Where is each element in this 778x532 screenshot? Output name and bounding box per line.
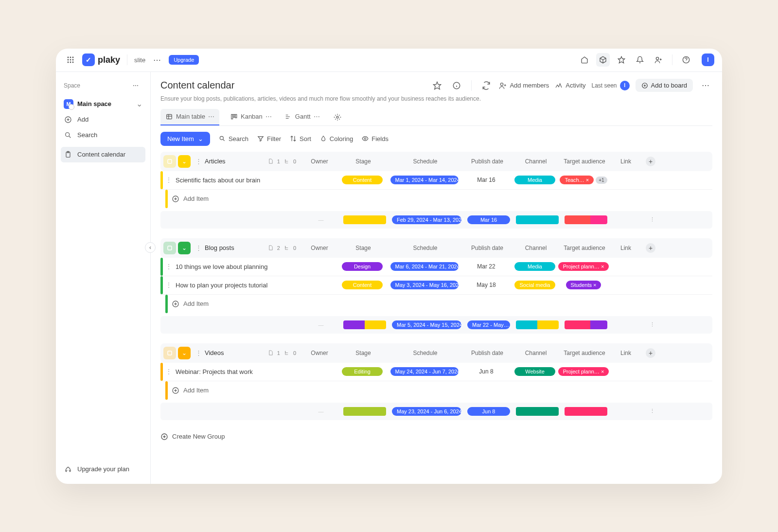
col-publish[interactable]: Publish date [463,350,512,356]
more-icon[interactable]: ⋯ [314,113,320,120]
col-channel[interactable]: Channel [512,350,560,356]
favorite-star-icon[interactable] [430,79,444,92]
cell-audience[interactable]: Project plann… [559,262,608,271]
tab-gantt[interactable]: Gantt ⋯ [283,109,322,125]
drag-icon[interactable]: ⋮ [195,158,202,165]
group-name-cell[interactable]: ⋮ Blog posts 2 0 [191,244,300,251]
sidebar-board-item[interactable]: Content calendar [61,147,145,162]
coloring-tool[interactable]: Coloring [320,135,353,142]
invite-user-icon[interactable] [652,53,665,67]
last-seen[interactable]: Last seen I [592,81,630,90]
cell-audience[interactable]: Teach…+1 [559,176,608,184]
cell-stage[interactable]: Editing [338,367,387,376]
fields-tool[interactable]: Fields [362,135,389,142]
group-checkbox[interactable] [163,155,176,168]
col-link[interactable]: Link [609,158,643,165]
add-item-button[interactable]: Add Item [160,295,712,313]
col-link[interactable]: Link [609,245,643,251]
row-title[interactable]: Webinar: Projects that work [173,368,299,375]
col-owner[interactable]: Owner [300,350,339,356]
audience-tag[interactable]: Students [566,281,601,289]
cell-channel[interactable]: Media [511,262,559,271]
add-members-button[interactable]: Add members [499,82,549,89]
tab-main-table[interactable]: Main table ⋯ [160,109,219,125]
apps-grid-icon[interactable] [64,53,77,67]
new-item-button[interactable]: New Item ⌄ [160,132,210,146]
group-name-cell[interactable]: ⋮ Videos 1 0 [191,349,300,356]
col-stage[interactable]: Stage [339,158,388,165]
col-owner[interactable]: Owner [300,158,339,165]
help-icon[interactable] [679,53,693,67]
col-publish[interactable]: Publish date [463,245,512,251]
row-title[interactable]: Scientific facts about our brain [173,177,299,184]
tag-extra[interactable]: +1 [596,177,607,184]
cell-publish[interactable]: Mar 16 [462,177,511,183]
drag-handle-icon[interactable]: ⋮ [165,263,173,270]
space-selector[interactable]: M Main space ⌄ [61,96,145,112]
tab-kanban[interactable]: Kanban ⋯ [228,109,274,125]
filter-tool[interactable]: Filter [257,135,281,142]
cell-channel[interactable]: Website [511,367,559,376]
more-icon[interactable]: ⋯ [129,79,142,92]
add-to-board-button[interactable]: Add to board [636,79,693,92]
cell-publish[interactable]: Mar 22 [462,263,511,270]
cell-stage[interactable]: Content [338,281,387,289]
col-stage[interactable]: Stage [339,245,388,251]
logo[interactable]: ✓ plaky [82,53,120,66]
cell-schedule[interactable]: May 24, 2024 - Jun 7, 2024 [387,367,462,376]
upgrade-plan-button[interactable]: Upgrade your plan [61,461,145,477]
add-column-button[interactable]: + [646,348,655,358]
star-icon[interactable] [615,53,628,67]
more-icon[interactable]: ⋯ [265,113,272,120]
cell-stage[interactable]: Content [338,176,387,184]
upgrade-button[interactable]: Upgrade [169,55,199,65]
audience-tag[interactable]: Project plann… [558,262,609,271]
group-name-cell[interactable]: ⋮ Articles 1 0 [191,158,300,165]
add-item-button[interactable]: Add Item [160,190,712,208]
col-channel[interactable]: Channel [512,245,560,251]
col-schedule[interactable]: Schedule [388,350,463,356]
create-group-button[interactable]: Create New Group [160,430,712,443]
add-column-button[interactable]: + [646,157,655,166]
summary-more-icon[interactable]: ⋮ [644,216,660,223]
drag-handle-icon[interactable]: ⋮ [165,368,173,375]
cell-channel[interactable]: Social media [511,281,559,289]
group-collapse-button[interactable]: ⌄ [178,155,191,168]
drag-handle-icon[interactable]: ⋮ [165,177,173,183]
cell-audience[interactable]: Project plann… [559,367,608,376]
cell-publish[interactable]: Jun 8 [462,368,511,375]
col-schedule[interactable]: Schedule [388,158,463,165]
group-collapse-button[interactable]: ⌄ [178,242,191,254]
col-stage[interactable]: Stage [339,350,388,356]
bell-icon[interactable] [633,53,647,67]
col-link[interactable]: Link [609,350,643,356]
table-row[interactable]: ⋮ How to plan your projects tutorial Con… [160,276,712,295]
cell-audience[interactable]: Students [559,281,608,289]
more-icon[interactable]: ⋯ [150,53,164,67]
automation-icon[interactable] [479,79,493,92]
col-publish[interactable]: Publish date [463,158,512,165]
cube-icon[interactable] [596,53,610,67]
col-schedule[interactable]: Schedule [388,245,463,251]
col-channel[interactable]: Channel [512,158,560,165]
col-owner[interactable]: Owner [300,245,339,251]
view-settings-icon[interactable] [331,110,344,124]
home-icon[interactable] [578,53,591,67]
more-icon[interactable]: ⋯ [699,79,712,92]
summary-more-icon[interactable]: ⋮ [644,408,660,414]
group-checkbox[interactable] [163,242,176,254]
summary-more-icon[interactable]: ⋮ [644,321,660,328]
col-audience[interactable]: Target audience [560,245,609,251]
table-row[interactable]: ⋮ Scientific facts about our brain Conte… [160,171,712,190]
sidebar-add[interactable]: Add [61,112,145,127]
add-column-button[interactable]: + [646,243,655,253]
group-collapse-button[interactable]: ⌄ [178,347,191,359]
cell-schedule[interactable]: Mar 6, 2024 - Mar 21, 2024 [387,262,462,271]
row-title[interactable]: How to plan your projects tutorial [173,282,299,289]
audience-tag[interactable]: Project plann… [558,367,609,376]
sidebar-search[interactable]: Search [61,127,145,143]
cell-schedule[interactable]: Mar 1, 2024 - Mar 14, 2024 [387,176,462,184]
cell-stage[interactable]: Design [338,262,387,271]
drag-icon[interactable]: ⋮ [195,244,202,251]
info-icon[interactable] [450,79,463,92]
